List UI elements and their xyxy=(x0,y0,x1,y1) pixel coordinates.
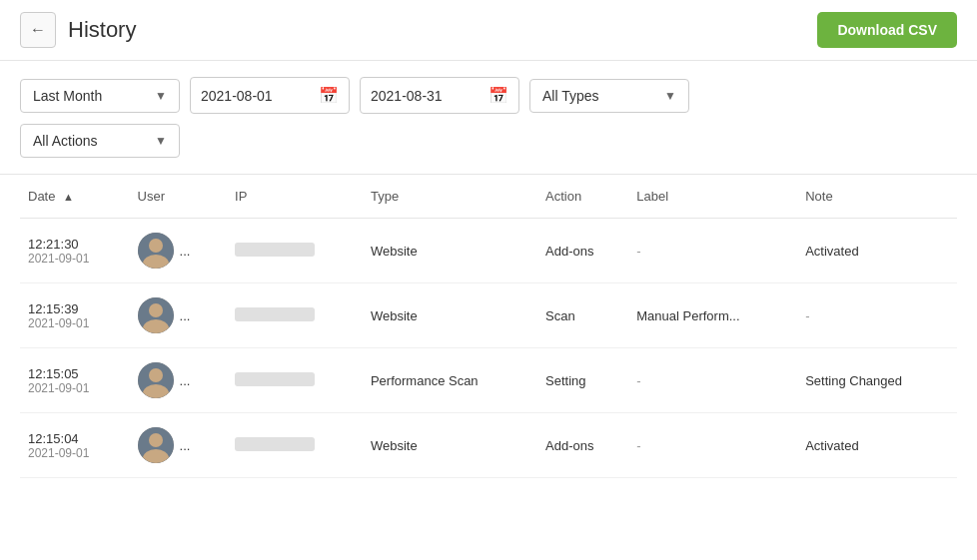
cell-date-0: 12:21:30 2021-09-01 xyxy=(20,219,130,283)
cell-note-1: - xyxy=(797,283,957,348)
date-to-input[interactable]: 2021-08-31 📅 xyxy=(360,77,519,114)
cell-note-0: Activated xyxy=(797,219,957,283)
table-header-row: Date ▲ User IP Type Action Label Note xyxy=(20,175,957,219)
cell-date-1: 12:15:39 2021-09-01 xyxy=(20,283,130,348)
col-user: User xyxy=(130,175,227,219)
cell-time-1: 12:15:39 xyxy=(28,301,122,316)
cell-action-2: Setting xyxy=(537,348,628,413)
ip-blurred-1 xyxy=(235,307,315,321)
back-button[interactable]: ← xyxy=(20,12,56,48)
col-type: Type xyxy=(363,175,537,219)
col-label: Label xyxy=(628,175,797,219)
type-filter[interactable]: All Types ▼ xyxy=(529,79,689,113)
cell-date-val-1: 2021-09-01 xyxy=(28,316,122,330)
calendar-from-icon: 📅 xyxy=(319,86,339,105)
cell-action-1: Scan xyxy=(537,283,628,348)
header-left: ← History xyxy=(20,12,136,48)
date-from-input[interactable]: 2021-08-01 📅 xyxy=(190,77,350,114)
table-container: Date ▲ User IP Type Action Label Note 12… xyxy=(0,175,977,478)
header: ← History Download CSV xyxy=(0,0,977,61)
col-action: Action xyxy=(537,175,628,219)
cell-user-2: ... xyxy=(130,348,227,413)
user-abbr-2: ... xyxy=(180,373,191,388)
table-row: 12:15:04 2021-09-01 ... Website Add-ons … xyxy=(20,413,957,478)
cell-label-0: - xyxy=(628,219,797,283)
date-to-value: 2021-08-31 xyxy=(371,88,481,104)
cell-time-0: 12:21:30 xyxy=(28,237,122,252)
cell-user-0: ... xyxy=(130,219,227,283)
user-abbr-3: ... xyxy=(180,438,191,453)
user-abbr-0: ... xyxy=(180,244,191,259)
filter-row-1: Last Month ▼ 2021-08-01 📅 2021-08-31 📅 A… xyxy=(20,77,957,114)
sort-icon-date: ▲ xyxy=(63,191,74,203)
cell-ip-1 xyxy=(227,283,363,348)
cell-ip-2 xyxy=(227,348,363,413)
avatar-1 xyxy=(138,297,174,333)
page-title: History xyxy=(68,17,136,43)
cell-note-2: Setting Changed xyxy=(797,348,957,413)
cell-user-1: ... xyxy=(130,283,227,348)
cell-ip-0 xyxy=(227,219,363,283)
period-filter-chevron: ▼ xyxy=(155,89,167,103)
period-filter[interactable]: Last Month ▼ xyxy=(20,79,180,113)
ip-blurred-3 xyxy=(235,437,315,451)
cell-date-3: 12:15:04 2021-09-01 xyxy=(20,413,130,478)
col-date[interactable]: Date ▲ xyxy=(20,175,130,219)
cell-label-2: - xyxy=(628,348,797,413)
table-row: 12:15:05 2021-09-01 ... Performance Scan… xyxy=(20,348,957,413)
filter-row-2: All Actions ▼ xyxy=(20,124,957,158)
cell-date-2: 12:15:05 2021-09-01 xyxy=(20,348,130,413)
cell-type-2: Performance Scan xyxy=(363,348,537,413)
cell-action-3: Add-ons xyxy=(537,413,628,478)
cell-user-3: ... xyxy=(130,413,227,478)
cell-label-1: Manual Perform... xyxy=(628,283,797,348)
history-table: Date ▲ User IP Type Action Label Note 12… xyxy=(20,175,957,478)
cell-action-0: Add-ons xyxy=(537,219,628,283)
action-filter-value: All Actions xyxy=(33,133,98,149)
ip-blurred-2 xyxy=(235,372,315,386)
download-csv-button[interactable]: Download CSV xyxy=(817,12,957,48)
col-ip: IP xyxy=(227,175,363,219)
calendar-to-icon: 📅 xyxy=(488,86,508,105)
cell-date-val-0: 2021-09-01 xyxy=(28,252,122,266)
avatar-2 xyxy=(138,362,174,398)
avatar-0 xyxy=(138,233,174,269)
col-note: Note xyxy=(797,175,957,219)
cell-date-val-3: 2021-09-01 xyxy=(28,446,122,460)
ip-blurred-0 xyxy=(235,243,315,257)
type-filter-chevron: ▼ xyxy=(664,89,676,103)
period-filter-value: Last Month xyxy=(33,88,102,104)
cell-type-0: Website xyxy=(363,219,537,283)
action-filter[interactable]: All Actions ▼ xyxy=(20,124,180,158)
table-row: 12:15:39 2021-09-01 ... Website Scan Man… xyxy=(20,283,957,348)
avatar-3 xyxy=(138,427,174,463)
cell-type-1: Website xyxy=(363,283,537,348)
cell-time-2: 12:15:05 xyxy=(28,366,122,381)
cell-time-3: 12:15:04 xyxy=(28,431,122,446)
type-filter-value: All Types xyxy=(542,88,599,104)
filters-section: Last Month ▼ 2021-08-01 📅 2021-08-31 📅 A… xyxy=(0,61,977,175)
table-row: 12:21:30 2021-09-01 ... Website Add-ons … xyxy=(20,219,957,283)
cell-date-val-2: 2021-09-01 xyxy=(28,381,122,395)
cell-note-3: Activated xyxy=(797,413,957,478)
cell-type-3: Website xyxy=(363,413,537,478)
user-abbr-1: ... xyxy=(180,308,191,323)
action-filter-chevron: ▼ xyxy=(155,134,167,148)
date-from-value: 2021-08-01 xyxy=(201,88,311,104)
cell-ip-3 xyxy=(227,413,363,478)
cell-label-3: - xyxy=(628,413,797,478)
